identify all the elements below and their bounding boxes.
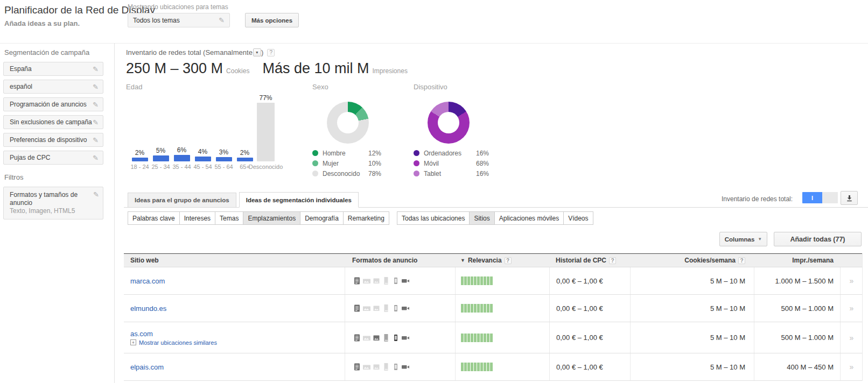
col-relevance-label: Relevancia bbox=[468, 257, 502, 264]
legend-label: Móvil bbox=[424, 160, 476, 167]
age-bar-45-54: 4%45 - 54 bbox=[192, 93, 213, 171]
inventory-header: Inventario de redes total (Semanalmente … bbox=[126, 48, 275, 56]
campaign-setting-programacion-de-anuncios[interactable]: Programación de anuncios✎ bbox=[3, 97, 103, 111]
bar-category-label: 18 - 24 bbox=[130, 164, 149, 171]
edit-pencil-icon[interactable]: ✎ bbox=[93, 136, 99, 144]
site-link[interactable]: elmundo.es bbox=[130, 304, 166, 313]
subtab-demografia[interactable]: Demografía bbox=[300, 211, 344, 225]
mobile-ad-icon bbox=[391, 334, 400, 342]
impressions-cell: 400 M – 450 M bbox=[754, 353, 840, 380]
image-portrait-icon bbox=[382, 334, 390, 342]
legend-value: 68% bbox=[476, 160, 489, 167]
inventory-stats: 250 M – 300 M Cookies Más de 10 mil M Im… bbox=[126, 60, 408, 77]
image-portrait-icon bbox=[382, 276, 390, 285]
cpc-cell: 0,00 € – 1,00 € bbox=[549, 353, 630, 380]
age-bar-55-64: 3%55 - 64 bbox=[213, 93, 234, 171]
edit-pencil-icon[interactable]: ✎ bbox=[93, 118, 99, 126]
device-donut-chart bbox=[428, 102, 470, 144]
expand-row-chevron[interactable]: » bbox=[840, 295, 863, 322]
impressions-cell: 500 M – 1.000 M bbox=[754, 295, 840, 322]
inventory-meter-fill: I bbox=[802, 192, 822, 203]
bar bbox=[132, 158, 148, 161]
gender-donut-chart bbox=[327, 102, 369, 144]
columns-button[interactable]: Columnas ▼ bbox=[719, 232, 767, 246]
more-options-button[interactable]: Más opciones bbox=[245, 13, 299, 27]
video-ad-icon bbox=[401, 276, 410, 285]
relevance-cell bbox=[455, 322, 549, 353]
subtab-temas[interactable]: Temas bbox=[215, 211, 243, 225]
col-ad-formats[interactable]: Formatos de anuncio bbox=[345, 254, 455, 267]
subtab-sitios[interactable]: Sitios bbox=[470, 211, 494, 225]
col-relevance[interactable]: ▼ Relevancia ? bbox=[455, 254, 549, 267]
idea-type-subtabs: Palabras claveInteresesTemasEmplazamient… bbox=[128, 211, 389, 225]
subtab-aplicaciones-moviles[interactable]: Aplicaciones móviles bbox=[495, 211, 564, 225]
age-chart-title: Edad bbox=[126, 83, 142, 91]
campaign-setting-pujas-de-cpc[interactable]: Pujas de CPC✎ bbox=[3, 151, 103, 165]
subtab-remarketing[interactable]: Remarketing bbox=[344, 211, 389, 225]
help-icon[interactable]: ? bbox=[267, 49, 275, 56]
col-cpc-label: Historial de CPC bbox=[556, 257, 606, 264]
ad-formats-filter[interactable]: Formatos y tamaños de anuncio Texto, Ima… bbox=[3, 187, 103, 219]
page-subtitle: Añada ideas a su plan. bbox=[4, 19, 80, 27]
bar bbox=[237, 158, 253, 161]
setting-label: Programación de anuncios bbox=[10, 101, 87, 108]
campaign-setting-sin-exclusiones-de-campana[interactable]: Sin exclusiones de campaña✎ bbox=[3, 115, 103, 129]
image-portrait-icon bbox=[382, 304, 390, 313]
tab-adgroup-ideas[interactable]: Ideas para el grupo de anuncios bbox=[128, 193, 236, 208]
site-link[interactable]: as.com bbox=[130, 330, 153, 338]
campaign-setting-preferencias-de-dispositivo[interactable]: Preferencias de dispositivo✎ bbox=[3, 133, 103, 147]
subtab-videos[interactable]: Vídeos bbox=[564, 211, 593, 225]
legend-label: Hombre bbox=[323, 150, 368, 157]
col-cookies[interactable]: Cookies/semana ? bbox=[630, 254, 754, 267]
help-icon[interactable]: ? bbox=[738, 257, 745, 264]
subtab-emplazamientos[interactable]: Emplazamientos bbox=[243, 211, 300, 225]
site-link[interactable]: marca.com bbox=[130, 277, 165, 285]
legend-dot bbox=[312, 171, 318, 176]
subtab-palabras-clave[interactable]: Palabras clave bbox=[128, 211, 180, 225]
col-site[interactable]: Sitio web bbox=[124, 254, 345, 267]
legend-value: 16% bbox=[476, 150, 489, 157]
col-cpc[interactable]: Historial de CPC ? bbox=[549, 254, 630, 267]
expand-row-chevron[interactable]: » bbox=[840, 267, 863, 294]
add-all-button[interactable]: Añadir todas (77) bbox=[774, 232, 862, 246]
placement-row-elpais-com: elpais.com0,00 € – 1,00 €5 M – 10 M400 M… bbox=[124, 353, 862, 381]
subtab-intereses[interactable]: Intereses bbox=[180, 211, 215, 225]
col-impressions[interactable]: Impr./semana bbox=[754, 254, 840, 267]
period-dropdown-button[interactable]: ▾ bbox=[253, 48, 261, 56]
download-button[interactable] bbox=[841, 191, 858, 205]
edit-pencil-icon[interactable]: ✎ bbox=[93, 65, 99, 73]
help-icon[interactable]: ? bbox=[609, 257, 616, 264]
edit-pencil-icon[interactable]: ✎ bbox=[93, 154, 99, 162]
text-ad-icon bbox=[353, 363, 361, 371]
site-link[interactable]: elpais.com bbox=[130, 363, 164, 371]
show-similar-placements-link[interactable]: +Mostrar ubicaciones similares bbox=[130, 339, 217, 346]
edit-pencil-icon[interactable]: ✎ bbox=[93, 190, 99, 198]
inventory-meter[interactable]: I bbox=[802, 192, 838, 203]
setting-label: España bbox=[10, 65, 32, 73]
relevance-bar bbox=[461, 304, 493, 313]
legend-hombre: Hombre12% bbox=[312, 148, 381, 158]
relevance-bar bbox=[461, 363, 493, 371]
video-ad-icon bbox=[401, 304, 410, 313]
age-bar-18-24: 2%18 - 24 bbox=[129, 93, 150, 171]
cookies-cell: 5 M – 10 M bbox=[630, 322, 754, 353]
edit-pencil-icon[interactable]: ✎ bbox=[93, 83, 99, 91]
cookies-unit: Cookies bbox=[226, 67, 249, 75]
topic-selector[interactable]: Todos los temas ✎ bbox=[128, 13, 230, 27]
expand-row-chevron[interactable]: » bbox=[840, 353, 863, 380]
legend-dot bbox=[312, 160, 318, 166]
col-cookies-label: Cookies/semana bbox=[684, 257, 736, 264]
expand-row-chevron[interactable]: » bbox=[840, 322, 863, 353]
bar-category-label: 25 - 34 bbox=[151, 164, 170, 171]
tab-individual-targeting-ideas[interactable]: Ideas de segmentación individuales bbox=[239, 192, 359, 208]
campaign-setting-espanol[interactable]: español✎ bbox=[3, 80, 103, 94]
edit-pencil-icon[interactable]: ✎ bbox=[93, 101, 99, 109]
help-icon[interactable]: ? bbox=[505, 257, 512, 264]
display-network-planner: Planificador de la Red de Display Añada … bbox=[0, 0, 868, 383]
setting-label: Preferencias de dispositivo bbox=[10, 136, 87, 144]
mobile-ad-icon bbox=[391, 276, 400, 285]
campaign-setting-espana[interactable]: España✎ bbox=[3, 62, 103, 76]
subtab-todas-las-ubicaciones[interactable]: Todas las ubicaciones bbox=[397, 211, 470, 225]
image-square-icon bbox=[372, 276, 381, 285]
text-ad-icon bbox=[353, 334, 361, 342]
